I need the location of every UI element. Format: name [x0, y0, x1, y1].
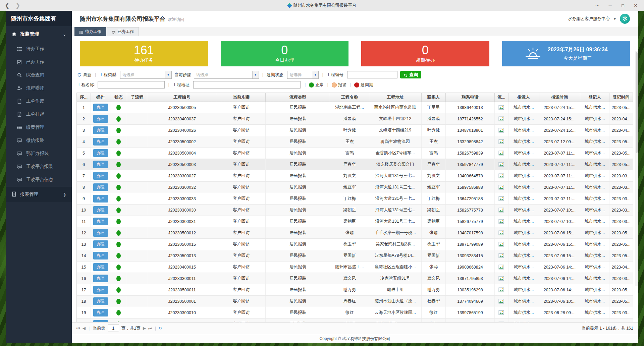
- table-row[interactable]: 19办理J20230300010客户回访居民报装徐红云海天地小区玫瑰园...徐红…: [77, 307, 633, 319]
- column-header[interactable]: 当前步骤: [217, 93, 265, 102]
- forward-icon[interactable]: ❯: [15, 2, 20, 9]
- flow-chart-icon[interactable]: [498, 287, 504, 293]
- sidebar-item-combined-query[interactable]: 综合查询: [6, 68, 72, 81]
- page-number-input[interactable]: [108, 325, 119, 332]
- handle-button[interactable]: 办理: [93, 138, 108, 146]
- reload-icon[interactable]: ⟳: [159, 326, 162, 331]
- flow-chart-icon[interactable]: [498, 105, 504, 110]
- table-row[interactable]: 12办理J20230500012客户回访居民报装张晴千千水岸一期一号楼...张晴…: [77, 227, 633, 239]
- column-header[interactable]: 子流程: [127, 93, 147, 102]
- flow-chart-icon[interactable]: [498, 276, 504, 281]
- query-button[interactable]: 查询: [400, 71, 421, 78]
- table-row[interactable]: 20办理J20230400012客户回访居民报装郑晓霜顺德门小区门口三间...申…: [77, 319, 633, 323]
- flow-chart-icon[interactable]: [498, 310, 504, 315]
- project-name-input[interactable]: [98, 81, 165, 89]
- handle-button[interactable]: 办理: [93, 126, 108, 134]
- current-step-select[interactable]: 请选择 ▼: [194, 71, 259, 79]
- handle-button[interactable]: 办理: [93, 172, 108, 180]
- column-header[interactable]: 指派人: [508, 93, 539, 102]
- avatar[interactable]: 水: [620, 14, 630, 24]
- flow-chart-icon[interactable]: [498, 162, 504, 167]
- handle-button[interactable]: 办理: [93, 206, 108, 214]
- column-header[interactable]: 工程名称: [330, 93, 369, 102]
- first-page-icon[interactable]: ⏮: [76, 326, 80, 331]
- table-row[interactable]: 17办理J20230500011客户回访居民报装谢万勇前进十组谢万勇130351…: [77, 284, 633, 296]
- last-page-icon[interactable]: ⏭: [148, 326, 152, 331]
- card-today-handled[interactable]: 0 今日办理: [221, 41, 349, 66]
- handle-button[interactable]: 办理: [93, 240, 108, 248]
- flow-chart-icon[interactable]: [498, 253, 504, 258]
- close-icon[interactable]: ✕: [631, 2, 641, 9]
- handle-button[interactable]: 办理: [93, 252, 108, 260]
- more-options-icon[interactable]: ⋯: [592, 2, 602, 9]
- next-page-icon[interactable]: ▶: [143, 326, 146, 331]
- table-row[interactable]: 13办理J20230500015客户回访居民报装徐玉华吴家老湾村三组2栋...徐…: [77, 239, 633, 250]
- table-row[interactable]: 2办理J20230400037客户回访居民报装潘显漠文峰塔十四组212潘显漠18…: [77, 113, 633, 125]
- flow-chart-icon[interactable]: [498, 184, 504, 190]
- flow-chart-icon[interactable]: [498, 127, 504, 133]
- maximize-icon[interactable]: □: [618, 2, 628, 9]
- card-overdue[interactable]: 0 超期待办: [361, 41, 489, 66]
- table-row[interactable]: 15办理J20230400015客户回访居民报装随州市昌盛工...襄湾社区五组自…: [77, 262, 633, 273]
- handle-button[interactable]: 办理: [93, 115, 108, 123]
- project-addr-input[interactable]: [193, 81, 301, 89]
- sidebar-item-done-work[interactable]: 已办工作: [6, 55, 72, 68]
- handle-button[interactable]: 办理: [93, 297, 108, 305]
- column-header[interactable]: 操作: [91, 93, 110, 102]
- table-row[interactable]: 10办理J20230300030客户回访居民报装梁朝臣沿河大道131号三七...…: [77, 205, 633, 216]
- table-row[interactable]: 1办理J20230500005客户回访居民报装湖北南鑫工程...两水沟社区内两水…: [77, 102, 633, 113]
- handle-button[interactable]: 办理: [93, 229, 108, 237]
- table-row[interactable]: 16办理J20230300011客户回访居民报装龚文凤冷家湾五组31号龚文凤13…: [77, 273, 633, 284]
- flow-chart-icon[interactable]: [498, 264, 504, 270]
- flow-chart-icon[interactable]: [498, 241, 504, 247]
- column-header[interactable]: 联系电话: [446, 93, 494, 102]
- table-row[interactable]: 14办理J20230500013客户回访居民报装罗国新汉东星都A78号楼14..…: [77, 250, 633, 262]
- flow-chart-icon[interactable]: [498, 139, 504, 145]
- tab-todo-work[interactable]: 待办工作: [74, 27, 106, 36]
- table-row[interactable]: 5办理J20230500004客户回访居民报装雷鸣金香韵小区7号楼车...雷鸣1…: [77, 148, 633, 159]
- column-header[interactable]: 联系人: [421, 93, 446, 102]
- table-row[interactable]: 7办理J20230300027客户回访居民报装刘洪文沿河大道131号三七...刘…: [77, 170, 633, 182]
- column-header[interactable]: 工程地址: [369, 93, 421, 102]
- tab-done-work[interactable]: 已办工作: [107, 27, 139, 36]
- handle-button[interactable]: 办理: [93, 183, 108, 191]
- handle-button[interactable]: 办理: [93, 161, 108, 168]
- prev-page-icon[interactable]: ◀: [83, 326, 86, 331]
- sidebar-item-flow-delegate[interactable]: 流程委托: [6, 81, 72, 95]
- minimize-icon[interactable]: ─: [605, 2, 615, 9]
- handle-button[interactable]: 办理: [93, 104, 108, 111]
- handle-button[interactable]: 办理: [93, 195, 108, 203]
- table-row[interactable]: 9办理J20230300033客户回访居民报装丁红梅沿河大道131号三七...丁…: [77, 193, 633, 205]
- column-header[interactable]: 工程编号: [147, 93, 217, 102]
- sidebar-item-order-suspend[interactable]: 工单挂起: [6, 108, 72, 121]
- handle-button[interactable]: 办理: [93, 275, 108, 282]
- table-row[interactable]: 3办理J20230400026客户回访居民报装叶秀健文峰塔十四组219叶秀健13…: [77, 125, 633, 136]
- card-todo-tasks[interactable]: 161 待办任务: [80, 41, 208, 66]
- flow-chart-icon[interactable]: [498, 196, 504, 201]
- column-header[interactable]: 登记人: [580, 93, 609, 102]
- flow-chart-icon[interactable]: [498, 219, 504, 224]
- sidebar-item-ehuiban-install[interactable]: 鄂汇办报装: [6, 147, 72, 160]
- column-header[interactable]: 流程类型: [266, 93, 330, 102]
- table-row[interactable]: 6办理J20230500003客户回访居民报装严春华汉东楼居委会阳合门严春华13…: [77, 159, 633, 170]
- sidebar-item-gongai-install[interactable]: 工改平台报装: [6, 160, 72, 173]
- user-center-menu[interactable]: 水务集团客户服务中心: [568, 16, 610, 22]
- flow-chart-icon[interactable]: [498, 207, 504, 213]
- handle-button[interactable]: 办理: [93, 218, 108, 225]
- column-header[interactable]: 指派时间: [539, 93, 580, 102]
- sidebar-item-payment-mgmt[interactable]: 缴费管理: [6, 121, 72, 134]
- flow-chart-icon[interactable]: [498, 116, 504, 122]
- table-row[interactable]: 18办理J20230500001客户回访居民报装周春红随州市烈山大道（原...杜…: [77, 296, 633, 307]
- sidebar-group-install-mgmt[interactable]: 报装管理 ⌄: [6, 26, 72, 42]
- flow-chart-icon[interactable]: [498, 173, 504, 179]
- handle-button[interactable]: 办理: [93, 309, 108, 316]
- handle-button[interactable]: 办理: [93, 149, 108, 157]
- flow-chart-icon[interactable]: [498, 230, 504, 236]
- overdue-state-select[interactable]: 请选择 ▼: [287, 71, 319, 79]
- flow-chart-icon[interactable]: [498, 150, 504, 156]
- vertical-scrollbar[interactable]: [635, 51, 638, 286]
- sidebar-group-report-mgmt[interactable]: 报表管理 ❯: [6, 187, 72, 202]
- sidebar-item-gongai-info[interactable]: 工改平台信息: [6, 173, 72, 186]
- sidebar-item-order-void[interactable]: 工单作废: [6, 95, 72, 108]
- back-icon[interactable]: ❮: [5, 2, 9, 9]
